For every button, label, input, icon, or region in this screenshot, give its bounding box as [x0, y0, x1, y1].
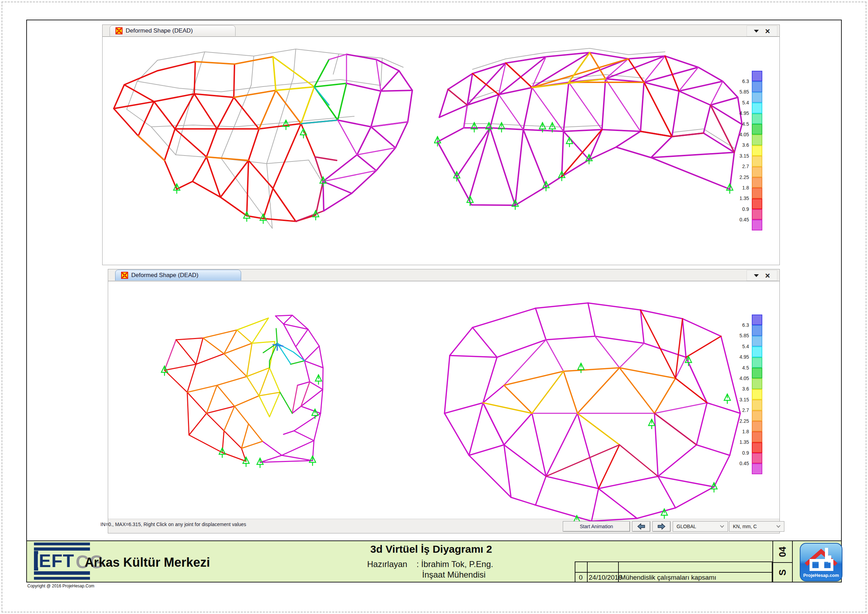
window2-titlebar: Deformed Shape (DEAD) × — [108, 269, 780, 281]
revision-date: 24/10/2016 — [589, 574, 622, 581]
legend-color-block — [752, 442, 762, 453]
legend-value: 4.5 — [721, 119, 749, 129]
arrow-left-icon — [637, 523, 645, 530]
mesh-bottom-right — [431, 298, 746, 529]
legend-value: 6.3 — [721, 320, 749, 330]
window2-tab-label: Deformed Shape (DEAD) — [131, 272, 198, 279]
legend-value: 4.05 — [721, 129, 749, 140]
legend-value: 0.9 — [721, 204, 749, 215]
legend-value: 1.35 — [721, 437, 749, 447]
legend-value: 3.6 — [721, 384, 749, 394]
legend-color-block — [752, 209, 762, 220]
window1-tab-label: Deformed Shape (DEAD) — [126, 27, 193, 34]
legend-value: 6.3 — [721, 76, 749, 87]
window1-close-icon[interactable]: × — [765, 27, 770, 36]
mesh-pink-members — [164, 340, 310, 413]
legend-colorbar-bottom — [752, 314, 762, 474]
prepared-by-title: İnşaat Mühendisi — [422, 570, 485, 580]
support-icons — [161, 366, 322, 468]
legend-color-block — [752, 199, 762, 209]
copyright-text: Copyright @ 2016 ProjeHesap.Com — [27, 583, 95, 588]
legend-color-block — [752, 103, 762, 113]
window1-titlebar: Deformed Shape (DEAD) × — [102, 25, 780, 37]
eft-logo-bracket — [34, 551, 38, 570]
window2-menu-icon[interactable] — [754, 274, 759, 277]
window1-tab[interactable]: Deformed Shape (DEAD) — [110, 25, 236, 36]
legend-value: 4.95 — [721, 352, 749, 362]
title-block: EFT CG Arkas Kültür Merkezi 3d Virtüel İ… — [26, 541, 842, 583]
units-dropdown[interactable]: KN, mm, C — [729, 521, 784, 532]
legend-color-block — [752, 135, 762, 145]
window2-buttons: × — [747, 270, 777, 281]
sheet-number-column: 04 S — [772, 541, 793, 582]
legend-color-block — [752, 389, 762, 399]
legend-color-block — [752, 347, 762, 357]
start-animation-button[interactable]: Start Animation — [563, 521, 630, 532]
coord-system-value: GLOBAL — [677, 524, 696, 529]
mesh-magenta-light-members — [504, 336, 707, 413]
legend-color-block — [752, 81, 762, 92]
legend-color-block — [752, 145, 762, 156]
window1-buttons: × — [747, 26, 777, 36]
legend-value: 2.25 — [721, 416, 749, 426]
legend-value: 4.95 — [721, 108, 749, 118]
prepared-by-label: Hazırlayan — [367, 560, 408, 569]
legend-value: 2.7 — [721, 405, 749, 415]
sheet-number: 04 — [777, 546, 788, 557]
coord-system-dropdown[interactable]: GLOBAL — [673, 521, 728, 532]
legend-value: 4.5 — [721, 362, 749, 373]
support-icons — [174, 120, 326, 224]
legend-color-block — [752, 410, 762, 421]
mesh-magenta-members — [260, 315, 323, 462]
legend-color-block — [752, 368, 762, 378]
legend-value: 1.8 — [721, 182, 749, 193]
mesh-bottom-left — [154, 308, 336, 476]
page: Deformed Shape (DEAD) × Deformed Shape (… — [0, 0, 868, 614]
mesh-magenta-members — [323, 54, 412, 211]
mesh-green-members — [263, 328, 304, 413]
status-message: IN=0., MAX=6.315, Right Click on any joi… — [101, 522, 246, 527]
revision-number: 0 — [579, 574, 583, 581]
mesh-magenta-members — [445, 303, 740, 521]
legend-color-block — [752, 432, 762, 442]
projehesap-logo: ProjeHesap.com — [800, 543, 842, 581]
sheet-prefix: S — [777, 569, 788, 575]
legend-value: 3.15 — [721, 394, 749, 405]
support-icons — [574, 356, 730, 525]
mesh-green-members — [314, 59, 347, 120]
legend-color-block — [752, 71, 762, 81]
legend-value: 5.85 — [721, 330, 749, 341]
legend-value: 5.4 — [721, 341, 749, 352]
revision-table: 0 24/10/2016 Mühendislik çalışmaları kap… — [575, 561, 772, 583]
legend-color-block — [752, 314, 762, 325]
deformed-shape-icon — [121, 272, 128, 279]
legend-color-block — [752, 463, 762, 474]
legend-colorbar-top — [752, 71, 762, 230]
legend-value: 0.45 — [721, 458, 749, 469]
units-value: KN, mm, C — [733, 524, 757, 529]
mesh-red-members — [598, 310, 721, 489]
legend-color-block — [752, 336, 762, 347]
revision-description: Mühendislik çalışmaları kapsamı — [620, 574, 716, 581]
mesh-gold-members — [483, 371, 620, 445]
mesh-magenta-members — [437, 53, 742, 205]
project-name: Arkas Kültür Merkezi — [85, 555, 210, 570]
window1-menu-icon[interactable] — [754, 30, 759, 33]
legend-color-block — [752, 113, 762, 124]
legend-color-block — [752, 220, 762, 230]
legend-color-block — [752, 421, 762, 432]
legend-value: 2.7 — [721, 161, 749, 172]
animation-forward-button[interactable] — [653, 521, 671, 532]
legend-value: 1.35 — [721, 193, 749, 204]
legend-color-block — [752, 357, 762, 368]
chevron-down-icon — [776, 525, 781, 528]
window2-tab[interactable]: Deformed Shape (DEAD) — [115, 270, 241, 281]
window2-close-icon[interactable]: × — [765, 272, 770, 280]
animation-back-button[interactable] — [632, 521, 650, 532]
legend-color-block — [752, 453, 762, 463]
legend-color-block — [752, 124, 762, 135]
mesh-gold-members — [237, 330, 280, 396]
legend-value: 5.85 — [721, 87, 749, 97]
deformed-shape-icon — [116, 27, 122, 34]
legend-color-block — [752, 399, 762, 410]
